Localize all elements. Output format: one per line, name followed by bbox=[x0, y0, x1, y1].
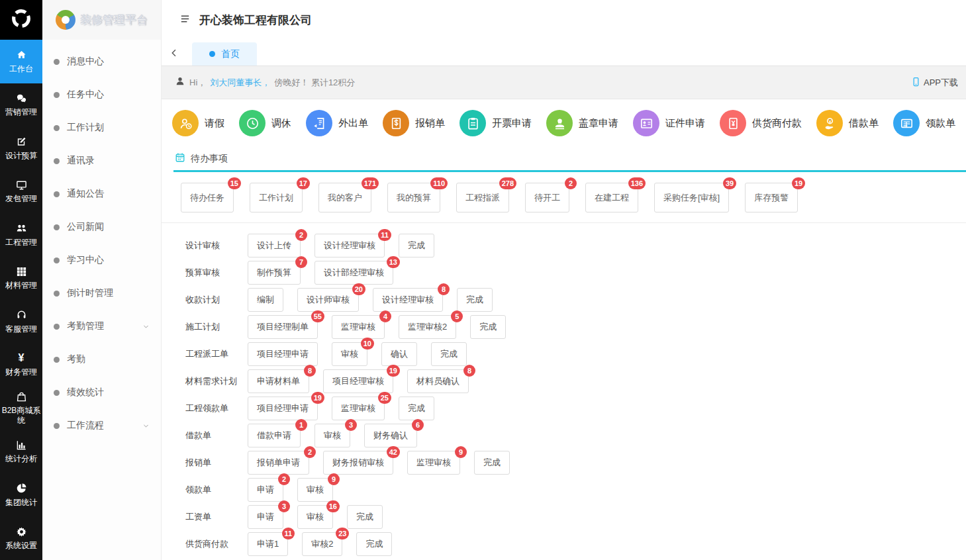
back-chevron-icon[interactable] bbox=[162, 40, 187, 66]
workflow-step-button[interactable]: 申请 3 bbox=[248, 505, 283, 529]
workflow-step-button[interactable]: 完成 bbox=[474, 451, 510, 475]
sidebar-item-yen[interactable]: ¥ 财务管理 bbox=[0, 344, 42, 387]
quick-action-2[interactable]: 外出单 bbox=[306, 110, 368, 136]
quick-action-4[interactable]: 开票申请 bbox=[459, 110, 532, 136]
sidebar-item-monitor[interactable]: 发包管理 bbox=[0, 170, 42, 214]
menu-item-3[interactable]: 通讯录 bbox=[42, 144, 161, 177]
todo-tab-3[interactable]: 我的预算 110 bbox=[387, 183, 440, 212]
workflow-step-button[interactable]: 审核 10 bbox=[332, 342, 367, 366]
workflow-step-button[interactable]: 项目经理制单 55 bbox=[248, 315, 318, 339]
todo-tab-8[interactable]: 库存预警 19 bbox=[745, 183, 798, 212]
menu-item-11[interactable]: 工作流程 bbox=[42, 409, 161, 442]
workflow-step-label: 完成 bbox=[365, 539, 383, 549]
workflow-step-label: 完成 bbox=[408, 403, 425, 413]
workflow-row: 收款计划 编制 设计师审核 20 设计经理审核 8 完成 bbox=[185, 286, 966, 313]
menu-item-0[interactable]: 消息中心 bbox=[42, 45, 161, 78]
menu-item-4[interactable]: 通知公告 bbox=[42, 177, 161, 210]
quick-action-3[interactable]: 报销单 bbox=[383, 110, 445, 136]
workflow-step-button[interactable]: 财务确认 6 bbox=[364, 424, 417, 447]
workflow-step-button[interactable]: 完成 bbox=[347, 505, 383, 529]
workflow-step-button[interactable]: 监理审核 9 bbox=[407, 451, 460, 475]
workflow-step-label: 项目经理制单 bbox=[257, 322, 309, 332]
menu-item-10[interactable]: 绩效统计 bbox=[42, 376, 161, 409]
sidebar-item-grid[interactable]: 材料管理 bbox=[0, 257, 42, 301]
count-badge: 19 bbox=[792, 177, 805, 189]
workflow-step-label: 完成 bbox=[408, 240, 425, 250]
workflow-step-button[interactable]: 借款申请 1 bbox=[248, 424, 301, 447]
workflow-step-button[interactable]: 申请 2 bbox=[248, 478, 283, 502]
menu-item-5[interactable]: 公司新闻 bbox=[42, 210, 161, 244]
workflow-step-button[interactable]: 设计部经理审核 13 bbox=[314, 261, 393, 285]
menu-item-9[interactable]: 考勤 bbox=[42, 343, 161, 376]
workflow-step-button[interactable]: 申请材料单 8 bbox=[248, 369, 309, 393]
app-download-link[interactable]: APP下载 bbox=[911, 77, 958, 89]
workflow-step-button[interactable]: 设计经理审核 8 bbox=[373, 288, 443, 312]
todo-tab-2[interactable]: 我的客户 171 bbox=[318, 183, 371, 212]
sidebar-item-users[interactable]: 工程管理 bbox=[0, 213, 42, 257]
sidebar-item-pie-chart[interactable]: 集团统计 bbox=[0, 473, 42, 517]
tab-home[interactable]: 首页 bbox=[192, 42, 257, 66]
todo-tab-0[interactable]: 待办任务 15 bbox=[181, 183, 234, 212]
workflow-step-button[interactable]: 完成 bbox=[399, 397, 434, 420]
menu-item-8[interactable]: 考勤管理 bbox=[42, 310, 161, 343]
menu-item-label: 任务中心 bbox=[67, 89, 104, 101]
todo-tab-7[interactable]: 采购任务[审核] 39 bbox=[654, 183, 729, 212]
sidebar-item-home[interactable]: 工作台 bbox=[0, 40, 42, 83]
workflow-step-button[interactable]: 审核 16 bbox=[297, 505, 333, 529]
workflow-step-button[interactable]: 设计上传 2 bbox=[248, 234, 301, 257]
yen-icon: ¥ bbox=[19, 352, 24, 364]
workflow-step-button[interactable]: 制作预算 7 bbox=[248, 261, 301, 285]
quick-action-label: 证件申请 bbox=[665, 117, 705, 130]
todo-tab-1[interactable]: 工作计划 17 bbox=[250, 183, 303, 212]
menu-item-1[interactable]: 任务中心 bbox=[42, 78, 161, 111]
workflow-step-button[interactable]: 完成 bbox=[356, 532, 392, 556]
workflow-step-button[interactable]: 审核 3 bbox=[314, 424, 350, 447]
workflow-step-button[interactable]: 材料员确认 8 bbox=[407, 369, 469, 393]
menu-item-2[interactable]: 工作计划 bbox=[42, 111, 161, 144]
sidebar-item-edit[interactable]: 设计预算 bbox=[0, 126, 42, 170]
workflow-step-button[interactable]: 监理审核 25 bbox=[332, 397, 385, 420]
home-icon bbox=[16, 49, 27, 61]
workflow-step-button[interactable]: 设计师审核 20 bbox=[297, 288, 359, 312]
menu-item-6[interactable]: 学习中心 bbox=[42, 244, 161, 277]
quick-action-9[interactable]: 领款单 bbox=[893, 110, 955, 136]
quick-action-label: 盖章申请 bbox=[579, 117, 618, 130]
menu-item-7[interactable]: 倒计时管理 bbox=[42, 277, 161, 310]
workflow-step-button[interactable]: 完成 bbox=[399, 234, 434, 257]
workflow-step-button[interactable]: 报销单申请 2 bbox=[248, 451, 309, 475]
quick-action-1[interactable]: 调休 bbox=[239, 110, 291, 136]
workflow-step-button[interactable]: 监理审核2 5 bbox=[399, 315, 456, 339]
quick-action-8[interactable]: 借款单 bbox=[816, 110, 879, 136]
sidebar-item-headset[interactable]: 客服管理 bbox=[0, 300, 42, 344]
todo-tab-5[interactable]: 待开工 2 bbox=[525, 183, 569, 212]
workflow-step-button[interactable]: 编制 bbox=[248, 288, 283, 312]
quick-action-5[interactable]: 盖章申请 bbox=[546, 110, 618, 136]
hamburger-icon[interactable] bbox=[179, 13, 191, 27]
quick-action-6[interactable]: 证件申请 bbox=[633, 110, 705, 136]
sidebar-item-bar-chart[interactable]: 统计分析 bbox=[0, 430, 42, 474]
todo-tab-4[interactable]: 工程指派 278 bbox=[456, 183, 509, 212]
count-badge: 9 bbox=[328, 473, 340, 485]
workflow-step-button[interactable]: 确认 bbox=[381, 342, 417, 366]
workflow-step-button[interactable]: 设计经理审核 11 bbox=[314, 234, 385, 257]
workflow-step-button[interactable]: 完成 bbox=[457, 288, 493, 312]
workflow-step-button[interactable]: 审核 9 bbox=[297, 478, 333, 502]
workflow-step-button[interactable]: 项目经理审核 19 bbox=[323, 369, 393, 393]
workflow-step-button[interactable]: 财务报销审核 42 bbox=[323, 451, 393, 475]
workflow-step-button[interactable]: 监理审核 4 bbox=[332, 315, 385, 339]
workflow-step-button[interactable]: 完成 bbox=[470, 315, 506, 339]
workflow-step-button[interactable]: 项目经理申请 19 bbox=[248, 397, 318, 420]
quick-action-7[interactable]: 供货商付款 bbox=[720, 110, 802, 136]
sidebar-item-bag[interactable]: B2B商城系统 bbox=[0, 387, 42, 430]
app-logo[interactable] bbox=[0, 0, 42, 40]
sidebar-item-gear[interactable]: 系统设置 bbox=[0, 517, 42, 560]
todo-tab-6[interactable]: 在建工程 136 bbox=[585, 183, 638, 212]
quick-action-0[interactable]: 请假 bbox=[172, 110, 224, 136]
workflow-step-button[interactable]: 完成 bbox=[431, 342, 467, 366]
sidebar-item-label: 工程管理 bbox=[5, 238, 37, 248]
workflow-step-button[interactable]: 申请1 11 bbox=[248, 532, 288, 556]
greeting-username[interactable]: 刘大同董事长， bbox=[210, 77, 270, 89]
workflow-step-button[interactable]: 审核2 23 bbox=[302, 532, 342, 556]
workflow-step-button[interactable]: 项目经理申请 bbox=[248, 342, 318, 366]
sidebar-item-chat[interactable]: 营销管理 bbox=[0, 83, 42, 127]
